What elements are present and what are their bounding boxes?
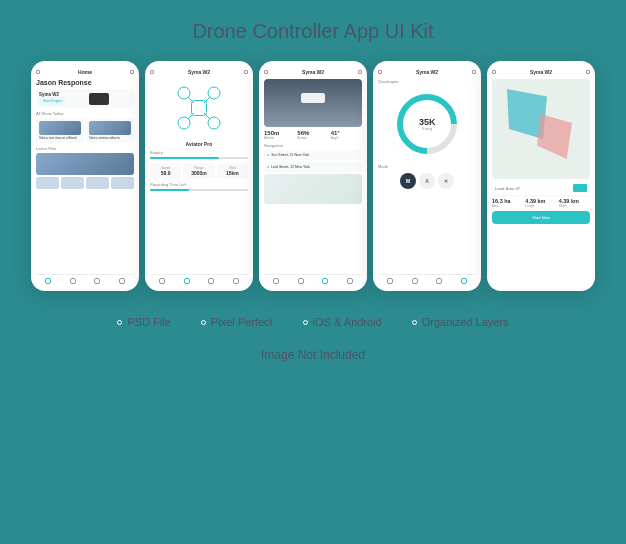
start-button[interactable]: Start Now [492, 211, 590, 224]
drone-photo [264, 79, 362, 127]
nav-stats-icon[interactable] [70, 278, 76, 284]
mode-label: Mode [378, 164, 476, 169]
nav-stats-icon[interactable] [412, 278, 418, 284]
drone-illustration [174, 83, 224, 133]
screen-drone-detail: Syma W2 Aviator Pro Battery Speed [145, 61, 253, 291]
nav-map-icon[interactable] [94, 278, 100, 284]
more-icon[interactable] [244, 70, 248, 74]
zone-2 [537, 114, 572, 159]
land-card: Land Area #7 [492, 181, 590, 195]
svg-line-8 [204, 113, 210, 119]
screen-home: Home Jason Response Syma W2 Start Engine… [31, 61, 139, 291]
speed-card: Speed 59.9 [150, 163, 181, 179]
shot-card-2[interactable]: Take a cinema video to [86, 118, 134, 143]
wind-card: Wind 15km [217, 163, 248, 179]
svg-line-7 [188, 113, 194, 119]
header-title: Syma W2 [302, 69, 324, 75]
location-1[interactable]: ●Sun Street, 11 New York [264, 150, 362, 160]
nav-profile-icon[interactable] [119, 278, 125, 284]
screen-gauge: Syma W2 Quadcopter 35K Rating Mode M A ✕ [373, 61, 481, 291]
screen-flight: Syma W2 150mAltitude 56%Battery 41°Angle… [259, 61, 367, 291]
mode-a-button[interactable]: A [419, 173, 435, 189]
nav-profile-icon[interactable] [461, 278, 467, 284]
width-stat: 4.39 kmWidth [559, 198, 590, 208]
area-stat: 16.3 haArea [492, 198, 523, 208]
range-card: Range 3000m [183, 163, 214, 179]
feature-platform: iOS & Android [303, 316, 382, 328]
drone-image [89, 93, 109, 105]
nav-map-icon[interactable] [322, 278, 328, 284]
shot-card-1[interactable]: Take a nice view on a Beach [36, 118, 84, 143]
location-2[interactable]: ●Leaf Street, 12 New York [264, 162, 362, 172]
nav-home-icon[interactable] [273, 278, 279, 284]
battery-bar [150, 157, 219, 159]
sub-label: Quadcopter [378, 79, 476, 84]
mode-m-button[interactable]: M [400, 173, 416, 189]
mode-x-button[interactable]: ✕ [438, 173, 454, 189]
mini-map[interactable] [264, 174, 362, 204]
nav-stats-icon[interactable] [298, 278, 304, 284]
feature-pixel: Pixel Perfect [201, 316, 273, 328]
bottom-nav [264, 274, 362, 287]
back-icon[interactable] [150, 70, 154, 74]
feature-psd: PSD File [117, 316, 170, 328]
header-title: Syma W2 [416, 69, 438, 75]
latest-shot-image[interactable] [36, 153, 134, 175]
drone-title: Aviator Pro [150, 141, 248, 147]
battery-stat: 56%Battery [297, 130, 328, 140]
drone-thumb-icon [573, 184, 587, 192]
nav-label: Navigation [264, 143, 362, 148]
nav-stats-icon[interactable] [184, 278, 190, 284]
land-map[interactable] [492, 79, 590, 179]
more-icon[interactable] [358, 70, 362, 74]
bottom-nav [378, 274, 476, 287]
phone-screens: Home Jason Response Syma W2 Start Engine… [0, 61, 626, 291]
length-stat: 4.39 kmLength [525, 198, 556, 208]
engine-button[interactable]: Start Engine [39, 97, 66, 105]
nav-profile-icon[interactable] [233, 278, 239, 284]
battery-label: Battery [150, 150, 248, 155]
rec-bar [150, 189, 189, 191]
svg-line-5 [188, 97, 194, 103]
features-row: PSD File Pixel Perfect iOS & Android Org… [0, 316, 626, 328]
shot-thumbnails [36, 177, 134, 189]
shots-label: All Shots Today [36, 111, 134, 116]
bottom-nav [36, 274, 134, 287]
back-icon[interactable] [492, 70, 496, 74]
feature-layers: Organized Layers [412, 316, 509, 328]
svg-line-6 [204, 97, 210, 103]
more-icon[interactable] [586, 70, 590, 74]
nav-map-icon[interactable] [436, 278, 442, 284]
rec-label: Recording Time Left [150, 182, 248, 187]
more-icon[interactable] [130, 70, 134, 74]
back-icon[interactable] [264, 70, 268, 74]
nav-home-icon[interactable] [159, 278, 165, 284]
nav-profile-icon[interactable] [347, 278, 353, 284]
latest-label: Latest Shot [36, 146, 134, 151]
nav-home-icon[interactable] [45, 278, 51, 284]
header-title: Home [78, 69, 92, 75]
altitude-stat: 150mAltitude [264, 130, 295, 140]
bottom-nav [150, 274, 248, 287]
footer-note: Image Not Included [0, 348, 626, 362]
username: Jason Response [36, 79, 134, 86]
more-icon[interactable] [472, 70, 476, 74]
back-icon[interactable] [378, 70, 382, 74]
header-title: Syma W2 [530, 69, 552, 75]
nav-home-icon[interactable] [387, 278, 393, 284]
land-label: Land Area #7 [495, 186, 520, 191]
gauge-ring: 35K Rating [385, 82, 470, 167]
page-title: Drone Controller App UI Kit [0, 20, 626, 43]
header-title: Syma W2 [188, 69, 210, 75]
nav-map-icon[interactable] [208, 278, 214, 284]
screen-map: Syma W2 Land Area #7 16.3 haArea 4.39 km… [487, 61, 595, 291]
menu-icon[interactable] [36, 70, 40, 74]
angle-stat: 41°Angle [331, 130, 362, 140]
